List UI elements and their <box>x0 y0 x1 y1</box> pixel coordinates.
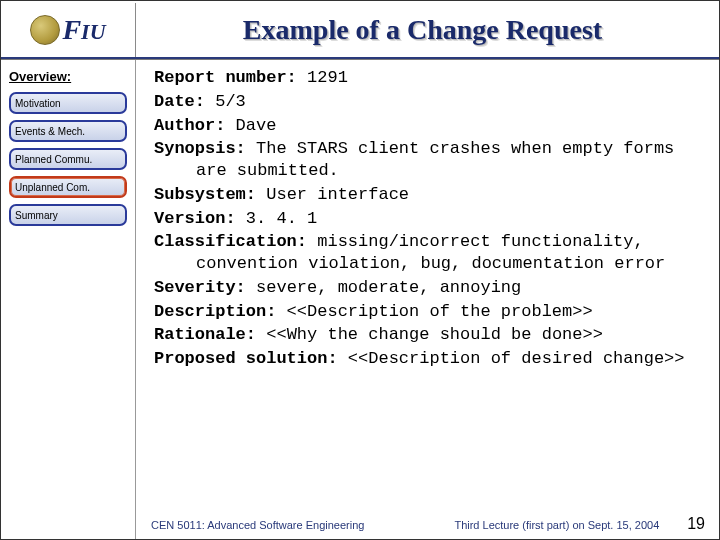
label: Version: <box>154 209 236 228</box>
label: Proposed solution: <box>154 349 338 368</box>
value: The STARS client crashes when empty form… <box>196 139 674 180</box>
content: Report number: 1291 Date: 5/3 Author: Da… <box>136 59 719 539</box>
sidebar-item-motivation[interactable]: Motivation <box>9 92 127 114</box>
logo-cell: FIU <box>1 3 136 57</box>
value: 5/3 <box>205 92 246 111</box>
label: Subsystem: <box>154 185 256 204</box>
header: FIU Example of a Change Request <box>1 1 719 59</box>
sidebar-item-events[interactable]: Events & Mech. <box>9 120 127 142</box>
label: Description: <box>154 302 276 321</box>
field-date: Date: 5/3 <box>154 91 701 113</box>
field-description: Description: <<Description of the proble… <box>154 301 701 323</box>
slide-title: Example of a Change Request <box>136 14 719 46</box>
value: Dave <box>225 116 276 135</box>
footer: CEN 5011: Advanced Software Engineering … <box>1 515 719 533</box>
label: Classification: <box>154 232 307 251</box>
label: Rationale: <box>154 325 256 344</box>
label: Synopsis: <box>154 139 246 158</box>
value: 3. 4. 1 <box>236 209 318 228</box>
label: Author: <box>154 116 225 135</box>
value: User interface <box>256 185 409 204</box>
field-version: Version: 3. 4. 1 <box>154 208 701 230</box>
field-report-number: Report number: 1291 <box>154 67 701 89</box>
sidebar-item-unplanned[interactable]: Unplanned Com. <box>9 176 127 198</box>
field-classification: Classification: missing/incorrect functi… <box>154 231 701 275</box>
field-synopsis: Synopsis: The STARS client crashes when … <box>154 138 701 182</box>
footer-lecture: Third Lecture (first part) on Sept. 15, … <box>454 519 659 531</box>
label: Severity: <box>154 278 246 297</box>
field-proposed: Proposed solution: <<Description of desi… <box>154 348 701 370</box>
sidebar-item-summary[interactable]: Summary <box>9 204 127 226</box>
sidebar-item-planned[interactable]: Planned Commu. <box>9 148 127 170</box>
sidebar: Overview: Motivation Events & Mech. Plan… <box>1 59 136 539</box>
label: Date: <box>154 92 205 111</box>
logo-text: FIU <box>62 14 105 46</box>
value: 1291 <box>297 68 348 87</box>
slide: FIU Example of a Change Request Overview… <box>0 0 720 540</box>
field-rationale: Rationale: <<Why the change should be do… <box>154 324 701 346</box>
value: <<Description of desired change>> <box>338 349 685 368</box>
value: <<Why the change should be done>> <box>256 325 603 344</box>
sidebar-heading: Overview: <box>9 69 127 84</box>
seal-icon <box>30 15 60 45</box>
value: severe, moderate, annoying <box>246 278 521 297</box>
footer-course: CEN 5011: Advanced Software Engineering <box>151 519 364 531</box>
body: Overview: Motivation Events & Mech. Plan… <box>1 59 719 539</box>
field-author: Author: Dave <box>154 115 701 137</box>
label: Report number: <box>154 68 297 87</box>
field-severity: Severity: severe, moderate, annoying <box>154 277 701 299</box>
field-subsystem: Subsystem: User interface <box>154 184 701 206</box>
page-number: 19 <box>687 515 705 533</box>
value: <<Description of the problem>> <box>276 302 592 321</box>
